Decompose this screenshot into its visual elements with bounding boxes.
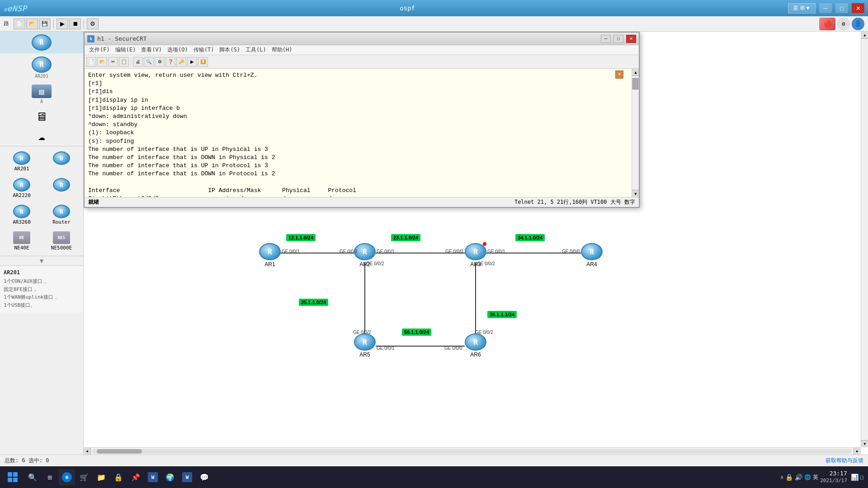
category-cloud[interactable]: ☁ (0, 127, 83, 146)
taskbar-explorer[interactable]: 📁 (93, 469, 109, 485)
node-ar1[interactable]: R AR1 (259, 243, 281, 267)
gear-icon[interactable]: ⚙ (837, 18, 850, 30)
vscroll-up[interactable]: ▲ (861, 32, 868, 39)
crt-tool-11[interactable]: ⏬ (198, 57, 208, 67)
start-button[interactable] (2, 467, 24, 487)
ar1-port-ge001: GE 0/0/1 (282, 249, 299, 254)
node-ar6[interactable]: R AR6 (465, 333, 486, 358)
canvas-vscroll[interactable]: ▲ ▼ (861, 32, 868, 447)
menu-edit[interactable]: 编辑(E) (113, 46, 139, 54)
scroll-up[interactable]: ▲ (632, 69, 639, 76)
crt-tool-5[interactable]: 🖨 (133, 57, 143, 67)
crt-tool-4[interactable]: 📋 (119, 57, 129, 67)
menu-options[interactable]: 选项(O) (165, 46, 191, 54)
subnet-23: 23.1.1.0/24 (391, 234, 420, 241)
new-btn[interactable]: 📄 (14, 19, 25, 29)
tray-lock[interactable]: 🔒 (785, 474, 793, 481)
category-pc[interactable]: 🖥 (0, 107, 83, 127)
device-ne40e[interactable]: NE NE40E (3, 229, 41, 253)
taskbar-word2[interactable]: W (179, 469, 195, 485)
menu-help[interactable]: 帮助(H) (269, 46, 295, 54)
taskbar-security[interactable]: 🔒 (110, 469, 127, 485)
crt-close[interactable]: ✕ (626, 35, 636, 43)
hscroll-right[interactable]: ▶ (854, 448, 861, 455)
taskbar-wechat[interactable]: 💬 (196, 469, 212, 485)
line-8: (s): spoofing (88, 137, 628, 145)
menu-tools[interactable]: 工具(L) (243, 46, 269, 54)
menu-view[interactable]: 查看(V) (138, 46, 165, 54)
device-ar201[interactable]: R AR201 (3, 149, 41, 174)
vscroll-down[interactable]: ▼ (861, 440, 868, 447)
category-router[interactable]: R (0, 32, 83, 54)
hscroll-thumb[interactable] (97, 449, 142, 454)
taskbar-pin[interactable]: 📌 (127, 469, 144, 485)
crt-maximize[interactable]: □ (613, 35, 623, 43)
tray-notification[interactable]: □ (860, 474, 863, 480)
scroll-indicator: ▼ (0, 256, 83, 265)
vscroll-track (861, 39, 868, 440)
scroll-thumb[interactable] (632, 78, 638, 89)
device-slot4[interactable]: R (42, 176, 80, 201)
node-ar4[interactable]: R AR4 (581, 243, 603, 267)
close-button[interactable]: ✕ (852, 3, 864, 13)
hscroll-left[interactable]: ◀ (84, 448, 91, 455)
maximize-button[interactable]: □ (835, 3, 848, 13)
save-btn[interactable]: 💾 (39, 19, 51, 29)
crt-tool-3[interactable]: ✂ (108, 57, 118, 67)
tray-chevron[interactable]: ∧ (780, 474, 783, 480)
clock[interactable]: 23:17 2021/3/17 (820, 470, 847, 484)
terminal-content[interactable]: ✕ Enter system view, return user view wi… (85, 69, 632, 197)
terminal-scrollbar[interactable]: ▲ ▼ (632, 69, 639, 197)
minimize-button[interactable]: ─ (819, 3, 832, 13)
ne40e-label: NE40E (14, 245, 29, 251)
tray-chart[interactable]: 📊 (851, 474, 859, 481)
stop-btn[interactable]: ⏹ (69, 19, 81, 29)
crt-tool-8[interactable]: ❓ (165, 57, 175, 67)
slot2-icon: R (53, 151, 70, 165)
menu-script[interactable]: 脚本(S) (217, 46, 243, 54)
taskbar-word[interactable]: W (145, 469, 161, 485)
switch-icon: ▤ (32, 84, 52, 98)
category-router2[interactable]: R AR201 (0, 54, 83, 82)
huawei-btn[interactable]: 🔴 (819, 18, 835, 30)
crt-tool-9[interactable]: 🔑 (176, 57, 186, 67)
taskbar-store[interactable]: 🛒 (76, 469, 92, 485)
device-ar2220[interactable]: R AR2220 (3, 176, 41, 201)
crt-tool-6[interactable]: 🔍 (144, 57, 154, 67)
router-icon-2: R (32, 56, 52, 73)
start-btn[interactable]: ▶ (57, 19, 68, 29)
device-ar3260[interactable]: R AR3260 (3, 202, 41, 227)
win-sq-1 (8, 472, 12, 477)
crt-tool-2[interactable]: 📂 (97, 57, 107, 67)
tray-network[interactable]: 🌐 (804, 474, 811, 480)
crt-tool-1[interactable]: 📄 (86, 57, 96, 67)
category-switch[interactable]: ▤ A (0, 82, 83, 107)
taskbar-globe[interactable]: 🌍 (162, 469, 178, 485)
win-sq-3 (8, 478, 12, 482)
crt-tool-10[interactable]: ▶ (187, 57, 197, 67)
node-ar5[interactable]: R AR5 (354, 333, 376, 358)
taskbar-search[interactable]: 🔍 (24, 469, 41, 485)
menu-file[interactable]: 文件(F) (86, 46, 113, 54)
open-btn[interactable]: 📂 (26, 19, 38, 29)
device-router[interactable]: R Router (42, 202, 80, 227)
canvas-hscroll[interactable]: ◀ ▶ (84, 447, 861, 455)
crt-tool-7[interactable]: ⚙ (155, 57, 165, 67)
terminal-close-x[interactable]: ✕ (615, 70, 623, 79)
taskbar-edge[interactable]: e (59, 469, 75, 485)
time-display: 23:17 (820, 470, 847, 478)
crt-status-connected: 就绪 (88, 198, 99, 206)
user-icon[interactable]: 👤 (852, 18, 864, 30)
tray-speaker[interactable]: 🔊 (795, 474, 802, 481)
help-link[interactable]: 获取帮助与反馈 (826, 457, 863, 465)
securecrt-statusbar: 就绪 Telnet 21, 5 21行,160列 VT100 大号 数字 (85, 197, 639, 207)
crt-minimize[interactable]: ─ (601, 35, 611, 43)
menu-button[interactable]: 菜 单▼ (788, 3, 816, 14)
settings-btn[interactable]: ⚙ (87, 19, 99, 29)
ar4-label: AR4 (586, 261, 597, 267)
device-ne5000e[interactable]: NE5 NE5000E (42, 229, 80, 253)
taskbar-taskview[interactable]: ⊞ (42, 469, 58, 485)
scroll-down[interactable]: ▼ (632, 190, 639, 197)
menu-transfer[interactable]: 传输(T) (191, 46, 217, 54)
device-slot2[interactable]: R (42, 149, 80, 174)
